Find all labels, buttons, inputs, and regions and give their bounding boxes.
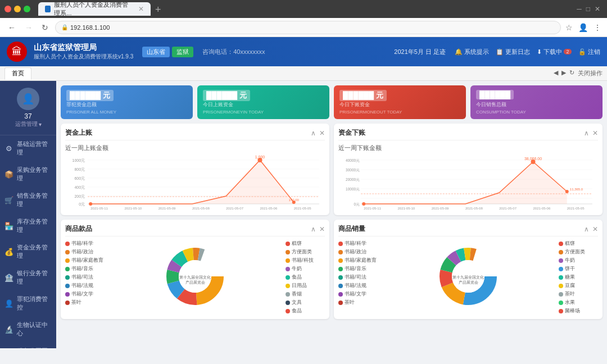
- deposit-panel-actions: ∧ ✕: [311, 129, 325, 137]
- tab-home[interactable]: 首页: [4, 67, 31, 80]
- minimize-button[interactable]: [14, 6, 21, 12]
- legend-item: 茶叶: [338, 299, 378, 306]
- sidebar-item-biometric[interactable]: 🔬 生物认证中心: [0, 316, 56, 342]
- withdraw-close-icon[interactable]: ✕: [592, 129, 598, 137]
- legend-item: 菌棒场: [559, 307, 598, 315]
- svg-text:1000元: 1000元: [73, 158, 85, 162]
- legend-item: 饼干: [559, 265, 598, 272]
- stat-en-total: PRISONER ALL MONEY: [66, 110, 187, 115]
- tag-province[interactable]: 山东省: [142, 47, 170, 57]
- legend-dot: [65, 292, 70, 297]
- address-bar[interactable]: 🔒 192.168.1.100: [55, 21, 561, 34]
- svg-text:0元: 0元: [79, 202, 85, 206]
- logout-action[interactable]: 🔓 注销: [578, 48, 600, 56]
- sidebar-item-basic-ops[interactable]: ⚙ 基础运营管理: [0, 135, 56, 161]
- withdraw-chart-panel: 资金下账 ∧ ✕ 近一周下账金额: [334, 124, 603, 215]
- download-action[interactable]: ⬇ 下载中 2: [537, 48, 572, 56]
- browser-chrome: 服刑人员个人资金及消费管理系... ✕ + ─ □ ✕: [0, 0, 607, 18]
- legend-dot: [338, 250, 343, 254]
- sidebar: 👤 37 运营管理 ▾ ⚙ 基础运营管理 📦 采购业务管理 🛒 销售业务管理 🏪: [0, 81, 56, 348]
- legend-item: 书籍/家庭教育: [65, 257, 105, 264]
- stat-label-sales: 今日销售总额: [476, 101, 597, 108]
- deposit-chart-panel: 资金上账 ∧ ✕ 近一周上账金额: [61, 124, 329, 215]
- notify-label: 系统提示: [464, 48, 489, 56]
- tag-prison[interactable]: 监狱: [172, 47, 193, 57]
- legend-item: 糖果: [559, 274, 598, 281]
- update-log-action[interactable]: 📋 更新日志: [496, 48, 530, 56]
- sales-pie-title: 商品款品: [65, 224, 92, 234]
- download-label: 下载中: [543, 48, 562, 56]
- legend-dot: [338, 292, 343, 297]
- sidebar-item-bank[interactable]: 🏦 银行业务管理: [0, 265, 56, 290]
- browser-icons: ☆ 👤 ⋮: [565, 23, 601, 32]
- deposit-close-icon[interactable]: ✕: [319, 129, 325, 137]
- svg-marker-20: [90, 160, 294, 204]
- stat-label-withdraw: 今日下账资金: [339, 101, 460, 108]
- refresh-button[interactable]: ↻: [39, 22, 51, 33]
- svg-marker-45: [364, 162, 567, 204]
- legend-dot: [559, 292, 563, 297]
- deposit-expand-icon[interactable]: ∧: [311, 129, 316, 137]
- sales-pie-close[interactable]: ✕: [319, 225, 325, 233]
- legend-dot: [338, 301, 343, 305]
- finance-icon: 💰: [4, 248, 13, 256]
- close-button[interactable]: [4, 6, 11, 12]
- tab-refresh-icon[interactable]: ↻: [569, 69, 574, 78]
- svg-text:2021-05-07: 2021-05-07: [226, 207, 243, 210]
- tab-next-icon[interactable]: ▶: [561, 69, 566, 78]
- sidebar-item-sales[interactable]: 🛒 销售业务管理: [0, 187, 56, 213]
- legend-dot: [559, 242, 563, 246]
- legend-dot: [559, 309, 563, 313]
- main-layout: 👤 37 运营管理 ▾ ⚙ 基础运营管理 📦 采购业务管理 🛒 销售业务管理 🏪: [0, 81, 607, 348]
- goods-pie-header: 商品销量 ∧ ✕: [338, 224, 598, 236]
- content-area: ██████ 元 罪犯资金总额 PRISONER ALL MONEY █████…: [56, 81, 607, 348]
- goods-pie-close[interactable]: ✕: [592, 225, 598, 233]
- tab-prev-icon[interactable]: ◀: [554, 69, 558, 78]
- minimize-win-icon[interactable]: ─: [577, 5, 582, 13]
- goods-legend-right: 糕饼 方便面类 牛奶 饼干 糖果 豆腐 茶叶 水果 菌棒场: [559, 240, 598, 315]
- sales-pie-expand[interactable]: ∧: [311, 225, 316, 233]
- legend-dot: [65, 301, 70, 305]
- menu-icon[interactable]: ⋮: [594, 23, 601, 32]
- sidebar-item-purchase[interactable]: 📦 采购业务管理: [0, 161, 56, 187]
- legend-item: 书籍/音乐: [338, 265, 378, 272]
- legend-item: 食品: [286, 274, 325, 281]
- stat-card-total-funds: ██████ 元 罪犯资金总额 PRISONER ALL MONEY: [61, 85, 193, 119]
- sidebar-item-service[interactable]: 📢 服务公开平台: [0, 342, 56, 348]
- app-logo: 🏛: [7, 42, 27, 62]
- download-badge: 2: [564, 49, 572, 54]
- sidebar-item-inventory[interactable]: 🏪 库存业务管理: [0, 213, 56, 239]
- new-tab-button[interactable]: +: [151, 4, 166, 16]
- legend-item: 书籍/法规: [338, 282, 378, 289]
- legend-item: 水果: [559, 299, 598, 306]
- biometric-icon: 🔬: [4, 325, 13, 334]
- app-header: 🏛 山东省监狱管理局 服刑人员个人资金及消费管理系统v1.9.3 山东省 监狱 …: [0, 37, 607, 66]
- system-notify-action[interactable]: 🔔 系统提示: [455, 48, 489, 56]
- stats-row: ██████ 元 罪犯资金总额 PRISONER ALL MONEY █████…: [61, 85, 603, 119]
- svg-text:2021-05-08: 2021-05-08: [465, 207, 483, 210]
- prisoner-icon: 👤: [4, 299, 13, 308]
- restore-win-icon[interactable]: □: [586, 5, 590, 13]
- stat-card-deposit-today: ██████ 元 今日上账资金 PRISONERMONEYIN TODAY: [197, 85, 329, 119]
- legend-item: 书籍/法规: [65, 282, 105, 289]
- goods-pie-expand[interactable]: ∧: [584, 225, 589, 233]
- svg-text:产品展览会: 产品展览会: [459, 280, 478, 284]
- browser-tab[interactable]: 服刑人员个人资金及消费管理系... ✕: [38, 2, 151, 16]
- close-win-icon[interactable]: ✕: [595, 5, 600, 13]
- tab-close-icon[interactable]: 关闭操作: [578, 69, 603, 78]
- role-expand-icon[interactable]: ▾: [39, 121, 42, 128]
- svg-text:第十九届全国文化: 第十九届全国文化: [452, 275, 484, 279]
- forward-button[interactable]: →: [22, 22, 35, 33]
- maximize-button[interactable]: [24, 6, 30, 12]
- sidebar-role: 运营管理 ▾: [4, 120, 52, 128]
- star-icon[interactable]: ☆: [565, 23, 573, 32]
- deposit-chart: 1000元 800元 600元 400元 200元 0元 2021-05-11 …: [65, 154, 325, 211]
- withdraw-expand-icon[interactable]: ∧: [584, 129, 589, 137]
- stat-label-deposit: 今日上账资金: [203, 101, 324, 108]
- tab-close[interactable]: ✕: [138, 5, 144, 13]
- back-button[interactable]: ←: [6, 22, 18, 33]
- profile-icon[interactable]: 👤: [578, 23, 588, 32]
- sidebar-item-prisoner[interactable]: 👤 罪犯消费管控: [0, 290, 56, 316]
- sidebar-item-finance[interactable]: 💰 资金业务管理: [0, 239, 56, 265]
- goods-pie-title: 商品销量: [338, 224, 365, 234]
